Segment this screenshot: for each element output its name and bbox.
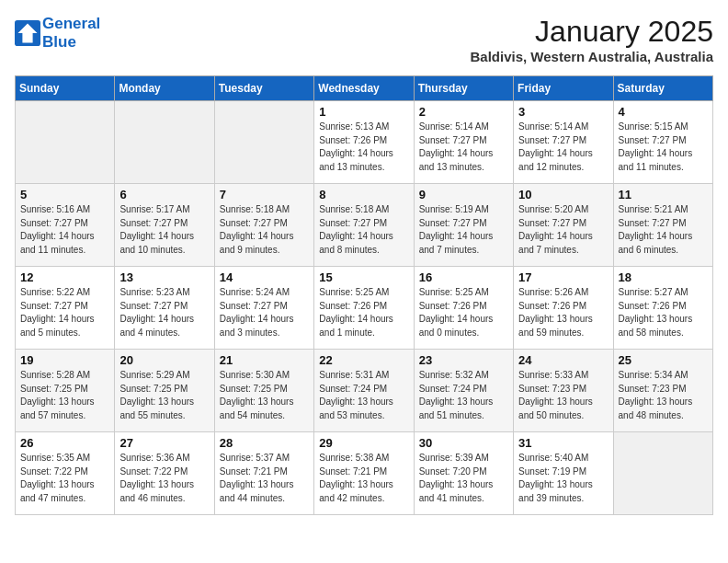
calendar-cell: 25Sunrise: 5:34 AMSunset: 7:23 PMDayligh… xyxy=(613,350,712,432)
page-header: General Blue January 2025 Baldivis, West… xyxy=(15,15,713,64)
calendar-cell: 12Sunrise: 5:22 AMSunset: 7:27 PMDayligh… xyxy=(16,267,115,350)
logo-icon xyxy=(15,20,40,46)
calendar-cell: 18Sunrise: 5:27 AMSunset: 7:26 PMDayligh… xyxy=(613,267,712,350)
calendar-header: SundayMondayTuesdayWednesdayThursdayFrid… xyxy=(16,76,713,101)
calendar-cell: 26Sunrise: 5:35 AMSunset: 7:22 PMDayligh… xyxy=(16,432,115,515)
calendar-cell: 14Sunrise: 5:24 AMSunset: 7:27 PMDayligh… xyxy=(214,267,313,350)
day-number: 23 xyxy=(419,353,508,367)
day-info: Sunrise: 5:20 AMSunset: 7:27 PMDaylight:… xyxy=(518,203,608,257)
calendar-cell: 27Sunrise: 5:36 AMSunset: 7:22 PMDayligh… xyxy=(115,432,214,515)
calendar-cell: 3Sunrise: 5:14 AMSunset: 7:27 PMDaylight… xyxy=(514,101,613,184)
calendar-cell: 6Sunrise: 5:17 AMSunset: 7:27 PMDaylight… xyxy=(115,184,214,267)
day-info: Sunrise: 5:18 AMSunset: 7:27 PMDaylight:… xyxy=(220,203,309,257)
calendar-body: 1Sunrise: 5:13 AMSunset: 7:26 PMDaylight… xyxy=(16,101,713,515)
calendar-table: SundayMondayTuesdayWednesdayThursdayFrid… xyxy=(15,75,713,515)
calendar-cell: 10Sunrise: 5:20 AMSunset: 7:27 PMDayligh… xyxy=(514,184,613,267)
day-info: Sunrise: 5:38 AMSunset: 7:21 PMDaylight:… xyxy=(319,452,408,505)
weekday-header-row: SundayMondayTuesdayWednesdayThursdayFrid… xyxy=(16,76,713,101)
day-info: Sunrise: 5:24 AMSunset: 7:27 PMDaylight:… xyxy=(220,286,309,339)
logo-text: General Blue xyxy=(42,15,100,52)
calendar-week-3: 12Sunrise: 5:22 AMSunset: 7:27 PMDayligh… xyxy=(16,267,713,350)
day-info: Sunrise: 5:31 AMSunset: 7:24 PMDaylight:… xyxy=(319,369,408,422)
weekday-header-monday: Monday xyxy=(115,76,214,101)
day-number: 4 xyxy=(619,105,708,119)
day-info: Sunrise: 5:27 AMSunset: 7:26 PMDaylight:… xyxy=(619,286,708,339)
weekday-header-saturday: Saturday xyxy=(613,76,712,101)
calendar-cell: 29Sunrise: 5:38 AMSunset: 7:21 PMDayligh… xyxy=(314,432,414,515)
location: Baldivis, Western Australia, Australia xyxy=(470,49,713,64)
calendar-week-4: 19Sunrise: 5:28 AMSunset: 7:25 PMDayligh… xyxy=(16,350,713,432)
day-info: Sunrise: 5:25 AMSunset: 7:26 PMDaylight:… xyxy=(419,286,508,339)
calendar-cell xyxy=(16,101,115,184)
day-info: Sunrise: 5:19 AMSunset: 7:27 PMDaylight:… xyxy=(419,203,508,257)
day-info: Sunrise: 5:16 AMSunset: 7:27 PMDaylight:… xyxy=(20,203,109,257)
day-number: 24 xyxy=(518,353,608,367)
day-number: 10 xyxy=(518,188,608,201)
calendar-cell: 15Sunrise: 5:25 AMSunset: 7:26 PMDayligh… xyxy=(314,267,414,350)
day-number: 21 xyxy=(220,353,309,367)
day-number: 6 xyxy=(119,188,209,201)
title-block: January 2025 Baldivis, Western Australia… xyxy=(470,15,713,64)
calendar-cell: 5Sunrise: 5:16 AMSunset: 7:27 PMDaylight… xyxy=(16,184,115,267)
calendar-cell: 21Sunrise: 5:30 AMSunset: 7:25 PMDayligh… xyxy=(214,350,313,432)
day-number: 30 xyxy=(419,436,508,450)
logo: General Blue xyxy=(15,15,100,52)
day-info: Sunrise: 5:32 AMSunset: 7:24 PMDaylight:… xyxy=(419,369,508,422)
day-info: Sunrise: 5:23 AMSunset: 7:27 PMDaylight:… xyxy=(119,286,209,339)
day-info: Sunrise: 5:35 AMSunset: 7:22 PMDaylight:… xyxy=(20,452,109,505)
calendar-cell: 9Sunrise: 5:19 AMSunset: 7:27 PMDaylight… xyxy=(414,184,513,267)
calendar-cell: 2Sunrise: 5:14 AMSunset: 7:27 PMDaylight… xyxy=(414,101,513,184)
weekday-header-sunday: Sunday xyxy=(16,76,115,101)
calendar-cell: 19Sunrise: 5:28 AMSunset: 7:25 PMDayligh… xyxy=(16,350,115,432)
calendar-cell: 30Sunrise: 5:39 AMSunset: 7:20 PMDayligh… xyxy=(414,432,513,515)
day-number: 28 xyxy=(220,436,309,450)
weekday-header-wednesday: Wednesday xyxy=(314,76,414,101)
calendar-cell: 7Sunrise: 5:18 AMSunset: 7:27 PMDaylight… xyxy=(214,184,313,267)
calendar-cell: 31Sunrise: 5:40 AMSunset: 7:19 PMDayligh… xyxy=(514,432,613,515)
day-info: Sunrise: 5:37 AMSunset: 7:21 PMDaylight:… xyxy=(220,452,309,505)
day-info: Sunrise: 5:29 AMSunset: 7:25 PMDaylight:… xyxy=(119,369,209,422)
calendar-week-2: 5Sunrise: 5:16 AMSunset: 7:27 PMDaylight… xyxy=(16,184,713,267)
weekday-header-friday: Friday xyxy=(514,76,613,101)
day-number: 17 xyxy=(518,270,608,284)
calendar-week-1: 1Sunrise: 5:13 AMSunset: 7:26 PMDaylight… xyxy=(16,101,713,184)
day-number: 22 xyxy=(319,353,408,367)
calendar-cell xyxy=(115,101,214,184)
day-number: 3 xyxy=(518,105,608,119)
day-number: 25 xyxy=(619,353,708,367)
day-info: Sunrise: 5:33 AMSunset: 7:23 PMDaylight:… xyxy=(518,369,608,422)
day-info: Sunrise: 5:28 AMSunset: 7:25 PMDaylight:… xyxy=(20,369,109,422)
day-number: 16 xyxy=(419,270,508,284)
day-number: 27 xyxy=(119,436,209,450)
calendar-cell xyxy=(214,101,313,184)
calendar-cell: 4Sunrise: 5:15 AMSunset: 7:27 PMDaylight… xyxy=(613,101,712,184)
day-info: Sunrise: 5:17 AMSunset: 7:27 PMDaylight:… xyxy=(119,203,209,257)
day-number: 18 xyxy=(619,270,708,284)
day-info: Sunrise: 5:21 AMSunset: 7:27 PMDaylight:… xyxy=(619,203,708,257)
day-info: Sunrise: 5:34 AMSunset: 7:23 PMDaylight:… xyxy=(619,369,708,422)
day-number: 7 xyxy=(220,188,309,201)
day-number: 19 xyxy=(20,353,109,367)
day-number: 8 xyxy=(319,188,408,201)
calendar-cell: 20Sunrise: 5:29 AMSunset: 7:25 PMDayligh… xyxy=(115,350,214,432)
calendar-week-5: 26Sunrise: 5:35 AMSunset: 7:22 PMDayligh… xyxy=(16,432,713,515)
day-info: Sunrise: 5:40 AMSunset: 7:19 PMDaylight:… xyxy=(518,452,608,505)
day-info: Sunrise: 5:13 AMSunset: 7:26 PMDaylight:… xyxy=(319,121,408,174)
day-number: 12 xyxy=(20,270,109,284)
day-number: 11 xyxy=(619,188,708,201)
calendar-cell: 8Sunrise: 5:18 AMSunset: 7:27 PMDaylight… xyxy=(314,184,414,267)
day-number: 2 xyxy=(419,105,508,119)
calendar-cell: 23Sunrise: 5:32 AMSunset: 7:24 PMDayligh… xyxy=(414,350,513,432)
calendar-cell: 11Sunrise: 5:21 AMSunset: 7:27 PMDayligh… xyxy=(613,184,712,267)
day-info: Sunrise: 5:39 AMSunset: 7:20 PMDaylight:… xyxy=(419,452,508,505)
day-number: 9 xyxy=(419,188,508,201)
month-title: January 2025 xyxy=(470,15,713,49)
day-number: 20 xyxy=(119,353,209,367)
day-info: Sunrise: 5:18 AMSunset: 7:27 PMDaylight:… xyxy=(319,203,408,257)
calendar-cell: 16Sunrise: 5:25 AMSunset: 7:26 PMDayligh… xyxy=(414,267,513,350)
calendar-cell: 24Sunrise: 5:33 AMSunset: 7:23 PMDayligh… xyxy=(514,350,613,432)
weekday-header-tuesday: Tuesday xyxy=(214,76,313,101)
day-info: Sunrise: 5:15 AMSunset: 7:27 PMDaylight:… xyxy=(619,121,708,174)
day-number: 15 xyxy=(319,270,408,284)
calendar-cell: 28Sunrise: 5:37 AMSunset: 7:21 PMDayligh… xyxy=(214,432,313,515)
